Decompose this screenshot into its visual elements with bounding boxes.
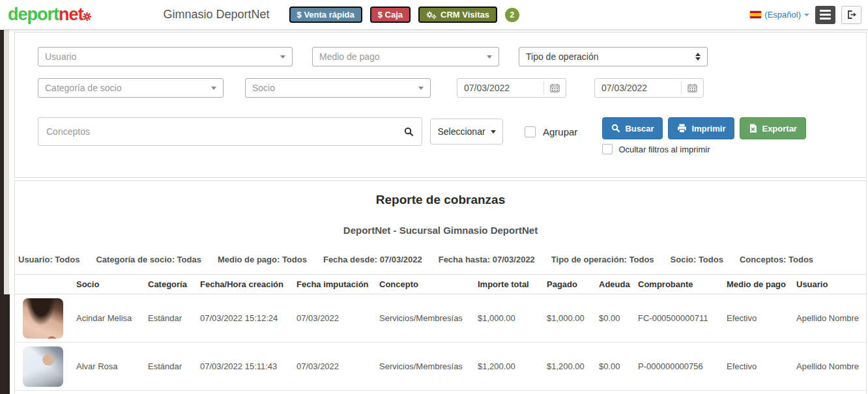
imprimir-button[interactable]: Imprimir [668,117,734,139]
cell-socio: Acindar Melisa [74,294,145,343]
excel-file-icon [749,124,757,133]
cell-concepto: Servicios/Membresías [377,294,475,343]
deportnet-logo[interactable]: deportnet [8,5,92,25]
exportar-label: Exportar [762,124,796,134]
buscar-button[interactable]: Buscar [602,117,663,139]
column-header-medio-pago: Medio de pago [724,275,794,294]
summary-categoria: Categoría de socio: Todas [96,255,201,264]
cell-fecha-creacion: 07/03/2022 15:11:43 [197,343,294,391]
fecha-desde-input[interactable] [457,83,543,93]
hamburger-menu-button[interactable] [815,6,835,24]
cell-fecha-imputacion: 07/03/2022 [294,343,377,391]
column-header-fecha-creacion: Fecha/Hora creación [197,275,294,294]
ocultar-filtros-checkbox[interactable] [602,144,613,154]
report-title: Reporte de cobranzas [15,193,866,207]
select-arrows-icon [695,53,701,61]
cell-pagado: $1,200.00 [544,343,596,391]
printer-icon [677,124,687,133]
column-header-photo [15,275,74,294]
cell-categoria: Estándar [145,294,197,343]
report-panel: Reporte de cobranzas DeportNet - Sucursa… [14,180,867,394]
cell-concepto: Servicios/Membresías [377,343,475,391]
sign-out-icon [846,10,857,20]
chevron-down-icon [418,87,424,90]
column-header-adeuda: Adeuda [596,275,635,294]
venta-rapida-button[interactable]: $ Venta rápida [289,7,362,23]
top-navbar: deportnet Gimnasio DeportNet $ Venta ráp… [0,0,868,30]
ocultar-filtros-label: Ocultar filtros al imprimir [618,145,710,154]
usuario-select[interactable]: Usuario [38,47,293,66]
summary-tipo-operacion: Tipo de operación: Todos [551,255,654,264]
cell-categoria: Estándar [145,343,197,391]
header-right-controls: (Español) [750,6,861,24]
ocultar-filtros-control: Ocultar filtros al imprimir [602,144,806,154]
chevron-down-icon [280,55,285,59]
collapsed-sidebar-strip-bottom [0,294,10,394]
search-icon [611,124,620,133]
caja-label: $ Caja [378,10,403,20]
exportar-button[interactable]: Exportar [740,117,805,139]
venta-rapida-label: $ Venta rápida [297,10,354,20]
logo-text-net: net [59,5,83,25]
chevron-down-icon [487,55,492,59]
conceptos-field [38,117,422,146]
calendar-icon[interactable] [544,83,566,92]
categoria-de-socio-select[interactable]: Categoría de socio [38,78,224,98]
agrupar-checkbox[interactable] [525,126,536,137]
report-subtitle: DeportNet - Sucursal Gimnasio DeportNet [15,225,866,236]
fecha-hasta-input[interactable] [595,83,681,93]
spain-flag-icon [750,11,761,18]
column-header-pagado: Pagado [544,275,596,294]
crm-visitas-button[interactable]: CRM Visitas [418,7,497,23]
search-icon [396,127,422,137]
agrupar-label: Agrupar [543,126,577,137]
imprimir-label: Imprimir [691,124,725,134]
tipo-de-operacion-select[interactable]: Tipo de operación [519,47,708,66]
cell-usuario: Apellido Nombre [794,343,866,391]
socio-placeholder: Socio [252,83,275,93]
cell-importe-total: $1,000.00 [475,294,544,343]
cell-comprobante: P-000000000756 [635,343,724,391]
column-header-concepto: Concepto [377,275,475,294]
medio-de-pago-select[interactable]: Medio de pago [312,47,499,66]
categoria-placeholder: Categoría de socio [45,83,122,93]
conceptos-input[interactable] [38,126,396,137]
page-title: Gimnasio DeportNet [164,8,270,21]
cell-importe-total: $1,200.00 [475,343,544,391]
column-header-categoria: Categoría [145,275,197,294]
fecha-desde-field [457,78,566,98]
logo-text-deport: deport [8,5,59,25]
caja-button[interactable]: $ Caja [370,7,411,23]
chevron-down-icon [804,14,809,16]
table-row[interactable]: Alvar Rosa Estándar 07/03/2022 15:11:43 … [15,343,866,391]
calendar-icon[interactable] [682,83,703,92]
seleccionar-dropdown-button[interactable]: Seleccionar [430,119,503,145]
gears-icon [426,10,437,20]
column-header-socio: Socio [74,275,145,294]
cell-fecha-imputacion: 07/03/2022 [294,294,377,343]
summary-fecha-desde: Fecha desde: 07/03/2022 [323,255,422,264]
summary-socio: Socio: Todos [671,255,723,264]
chevron-down-icon [491,130,496,134]
column-header-importe-total: Importe total [475,275,544,294]
cobranzas-table: Socio Categoría Fecha/Hora creación Fech… [15,274,866,391]
column-header-fecha-imputacion: Fecha imputación [294,275,377,294]
summary-conceptos: Conceptos: Todos [740,255,813,264]
hamburger-icon [820,10,831,12]
member-photo [23,346,63,387]
table-header-row: Socio Categoría Fecha/Hora creación Fech… [15,275,866,294]
crm-visitas-count-badge: 2 [505,8,519,22]
cell-adeuda: $0.00 [596,343,635,391]
header-quick-actions: $ Venta rápida $ Caja CRM Visitas 2 [289,7,519,23]
socio-select[interactable]: Socio [245,78,431,98]
cell-adeuda: $0.00 [596,294,635,343]
usuario-select-placeholder: Usuario [45,51,76,62]
language-label: (Español) [764,10,801,20]
logout-button[interactable] [841,6,861,24]
language-selector[interactable]: (Español) [750,10,809,20]
tipo-de-operacion-label: Tipo de operación [526,51,599,62]
column-header-usuario: Usuario [794,275,866,294]
table-row[interactable]: Acindar Melisa Estándar 07/03/2022 15:12… [15,294,866,343]
crm-visitas-label: CRM Visitas [441,10,489,20]
summary-usuario: Usuario: Todos [18,255,80,264]
